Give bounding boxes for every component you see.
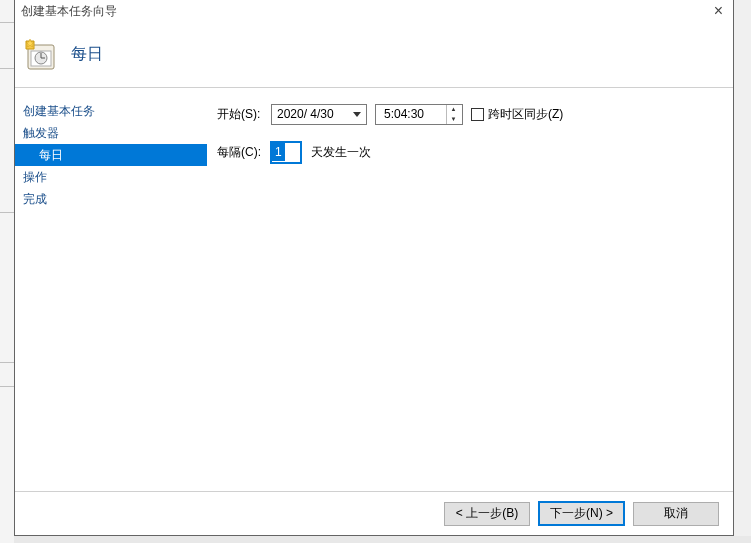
- cancel-button[interactable]: 取消: [633, 502, 719, 526]
- svg-marker-7: [353, 112, 361, 117]
- close-button[interactable]: ×: [708, 3, 729, 19]
- wizard-footer: < 上一步(B) 下一步(N) > 取消: [15, 491, 733, 535]
- interval-value: 1: [272, 143, 285, 161]
- wizard-dialog: 创建基本任务向导 × 每日 创建基本任务 触发器 每日 操作 完成: [14, 0, 734, 536]
- sync-timezone-checkbox[interactable]: [471, 108, 484, 121]
- sidebar-item-finish[interactable]: 完成: [15, 188, 207, 210]
- content-area: 创建基本任务 触发器 每日 操作 完成 开始(S): 2020/ 4/30 5:…: [15, 94, 733, 491]
- wizard-header: 每日: [15, 22, 733, 88]
- sidebar-item-trigger[interactable]: 触发器: [15, 122, 207, 144]
- time-spinner[interactable]: ▲ ▼: [446, 105, 460, 124]
- sidebar-item-action[interactable]: 操作: [15, 166, 207, 188]
- start-label: 开始(S):: [217, 106, 271, 123]
- form-area: 开始(S): 2020/ 4/30 5:04:30 ▲ ▼ 跨时区同步(Z): [207, 94, 733, 491]
- background-bottom-strip: [0, 536, 751, 543]
- interval-label: 每隔(C):: [217, 144, 271, 161]
- spinner-up-icon[interactable]: ▲: [447, 105, 460, 115]
- bg-divider: [0, 362, 14, 363]
- bg-divider: [0, 22, 14, 23]
- start-time-value: 5:04:30: [384, 107, 424, 121]
- interval-suffix: 天发生一次: [311, 144, 371, 161]
- back-button[interactable]: < 上一步(B): [444, 502, 530, 526]
- sidebar-item-create-basic-task[interactable]: 创建基本任务: [15, 100, 207, 122]
- start-date-picker[interactable]: 2020/ 4/30: [271, 104, 367, 125]
- sync-timezone-label: 跨时区同步(Z): [488, 106, 563, 123]
- interval-input[interactable]: 1: [271, 142, 301, 163]
- titlebar: 创建基本任务向导 ×: [15, 0, 733, 22]
- dialog-title: 创建基本任务向导: [21, 3, 117, 20]
- interval-row: 每隔(C): 1 天发生一次: [217, 140, 733, 164]
- background-left-strip: [0, 0, 14, 543]
- page-title: 每日: [71, 44, 103, 65]
- start-row: 开始(S): 2020/ 4/30 5:04:30 ▲ ▼ 跨时区同步(Z): [217, 102, 733, 126]
- sidebar-item-daily[interactable]: 每日: [15, 144, 207, 166]
- next-button[interactable]: 下一步(N) >: [538, 501, 625, 526]
- wizard-icon: [23, 38, 57, 72]
- dropdown-arrow-icon: [350, 106, 364, 123]
- wizard-sidebar: 创建基本任务 触发器 每日 操作 完成: [15, 94, 207, 491]
- bg-divider: [0, 386, 14, 387]
- start-date-value: 2020/ 4/30: [277, 107, 334, 121]
- spinner-down-icon[interactable]: ▼: [447, 114, 460, 124]
- bg-divider: [0, 68, 14, 69]
- bg-divider: [0, 212, 14, 213]
- start-time-picker[interactable]: 5:04:30 ▲ ▼: [375, 104, 463, 125]
